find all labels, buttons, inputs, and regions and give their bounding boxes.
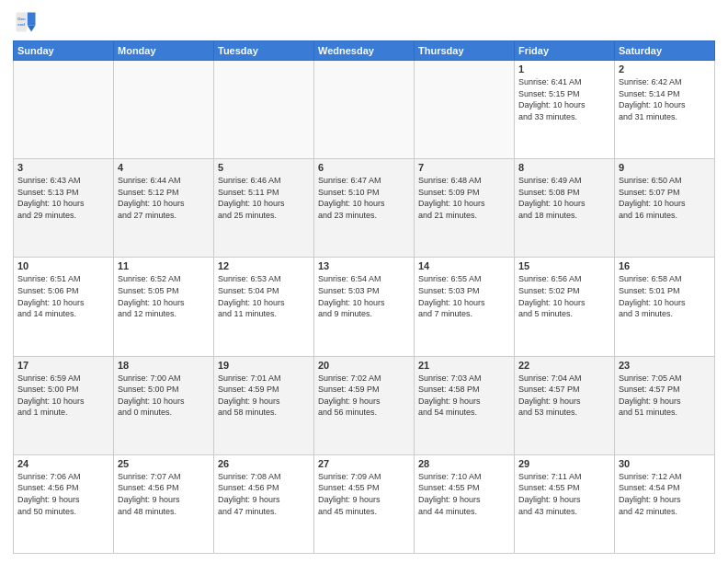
day-info: Sunrise: 6:48 AM Sunset: 5:09 PM Dayligh… xyxy=(418,175,510,221)
day-info: Sunrise: 6:51 AM Sunset: 5:06 PM Dayligh… xyxy=(17,273,109,319)
page: Gen eral SundayMondayTuesdayWednesdayThu… xyxy=(0,0,728,563)
week-row-3: 10Sunrise: 6:51 AM Sunset: 5:06 PM Dayli… xyxy=(14,258,715,356)
header: Gen eral xyxy=(13,9,715,35)
day-number: 19 xyxy=(218,360,310,371)
day-number: 18 xyxy=(118,360,210,371)
day-info: Sunrise: 7:11 AM Sunset: 4:55 PM Dayligh… xyxy=(518,471,610,517)
calendar-cell: 10Sunrise: 6:51 AM Sunset: 5:06 PM Dayli… xyxy=(14,258,114,356)
calendar-cell: 24Sunrise: 7:06 AM Sunset: 4:56 PM Dayli… xyxy=(14,454,114,553)
logo-icon: Gen eral xyxy=(13,9,39,35)
week-row-4: 17Sunrise: 6:59 AM Sunset: 5:00 PM Dayli… xyxy=(14,356,715,454)
day-info: Sunrise: 6:49 AM Sunset: 5:08 PM Dayligh… xyxy=(518,175,610,221)
calendar-cell: 26Sunrise: 7:08 AM Sunset: 4:56 PM Dayli… xyxy=(214,454,314,553)
day-info: Sunrise: 7:06 AM Sunset: 4:56 PM Dayligh… xyxy=(17,471,109,517)
day-info: Sunrise: 6:41 AM Sunset: 5:15 PM Dayligh… xyxy=(518,76,610,122)
calendar-cell: 5Sunrise: 6:46 AM Sunset: 5:11 PM Daylig… xyxy=(214,159,314,258)
day-number: 24 xyxy=(17,458,109,469)
day-number: 27 xyxy=(318,458,410,469)
calendar-cell: 6Sunrise: 6:47 AM Sunset: 5:10 PM Daylig… xyxy=(314,159,415,258)
day-number: 5 xyxy=(218,162,310,173)
calendar-cell: 12Sunrise: 6:53 AM Sunset: 5:04 PM Dayli… xyxy=(214,258,314,356)
calendar-cell: 9Sunrise: 6:50 AM Sunset: 5:07 PM Daylig… xyxy=(615,159,715,258)
day-number: 7 xyxy=(418,162,510,173)
week-row-5: 24Sunrise: 7:06 AM Sunset: 4:56 PM Dayli… xyxy=(14,454,715,553)
calendar-cell: 14Sunrise: 6:55 AM Sunset: 5:03 PM Dayli… xyxy=(415,258,515,356)
day-number: 17 xyxy=(17,360,109,371)
day-number: 22 xyxy=(518,360,610,371)
calendar-cell: 2Sunrise: 6:42 AM Sunset: 5:14 PM Daylig… xyxy=(615,61,715,159)
calendar-cell: 18Sunrise: 7:00 AM Sunset: 5:00 PM Dayli… xyxy=(114,356,214,454)
day-info: Sunrise: 7:09 AM Sunset: 4:55 PM Dayligh… xyxy=(318,471,410,517)
calendar-cell: 29Sunrise: 7:11 AM Sunset: 4:55 PM Dayli… xyxy=(515,454,615,553)
day-number: 1 xyxy=(518,63,610,75)
day-info: Sunrise: 7:02 AM Sunset: 4:59 PM Dayligh… xyxy=(318,373,410,419)
calendar-cell xyxy=(114,61,214,159)
day-number: 20 xyxy=(318,360,410,371)
svg-text:eral: eral xyxy=(17,22,25,27)
day-info: Sunrise: 6:55 AM Sunset: 5:03 PM Dayligh… xyxy=(418,273,510,319)
day-info: Sunrise: 6:46 AM Sunset: 5:11 PM Dayligh… xyxy=(218,175,310,221)
day-number: 4 xyxy=(118,162,210,173)
calendar-cell: 20Sunrise: 7:02 AM Sunset: 4:59 PM Dayli… xyxy=(314,356,415,454)
day-number: 23 xyxy=(619,360,711,371)
day-number: 6 xyxy=(318,162,410,173)
day-info: Sunrise: 6:53 AM Sunset: 5:04 PM Dayligh… xyxy=(218,273,310,319)
day-number: 15 xyxy=(518,260,610,271)
weekday-header-thursday: Thursday xyxy=(415,41,515,61)
day-info: Sunrise: 6:42 AM Sunset: 5:14 PM Dayligh… xyxy=(619,76,711,122)
day-info: Sunrise: 6:58 AM Sunset: 5:01 PM Dayligh… xyxy=(619,273,711,319)
calendar-cell: 28Sunrise: 7:10 AM Sunset: 4:55 PM Dayli… xyxy=(415,454,515,553)
calendar-table: SundayMondayTuesdayWednesdayThursdayFrid… xyxy=(13,40,715,554)
week-row-2: 3Sunrise: 6:43 AM Sunset: 5:13 PM Daylig… xyxy=(14,159,715,258)
calendar-cell: 27Sunrise: 7:09 AM Sunset: 4:55 PM Dayli… xyxy=(314,454,415,553)
calendar-cell: 17Sunrise: 6:59 AM Sunset: 5:00 PM Dayli… xyxy=(14,356,114,454)
calendar-cell: 22Sunrise: 7:04 AM Sunset: 4:57 PM Dayli… xyxy=(515,356,615,454)
day-info: Sunrise: 7:08 AM Sunset: 4:56 PM Dayligh… xyxy=(218,471,310,517)
calendar-cell: 4Sunrise: 6:44 AM Sunset: 5:12 PM Daylig… xyxy=(114,159,214,258)
weekday-header-tuesday: Tuesday xyxy=(214,41,314,61)
weekday-header-row: SundayMondayTuesdayWednesdayThursdayFrid… xyxy=(14,41,715,61)
day-info: Sunrise: 6:47 AM Sunset: 5:10 PM Dayligh… xyxy=(318,175,410,221)
day-number: 11 xyxy=(118,260,210,271)
calendar-cell xyxy=(314,61,415,159)
day-number: 21 xyxy=(418,360,510,371)
calendar-cell: 13Sunrise: 6:54 AM Sunset: 5:03 PM Dayli… xyxy=(314,258,415,356)
calendar-cell: 15Sunrise: 6:56 AM Sunset: 5:02 PM Dayli… xyxy=(515,258,615,356)
calendar-cell: 25Sunrise: 7:07 AM Sunset: 4:56 PM Dayli… xyxy=(114,454,214,553)
day-info: Sunrise: 7:04 AM Sunset: 4:57 PM Dayligh… xyxy=(518,373,610,419)
day-number: 26 xyxy=(218,458,310,469)
day-info: Sunrise: 7:00 AM Sunset: 5:00 PM Dayligh… xyxy=(118,373,210,419)
day-info: Sunrise: 7:12 AM Sunset: 4:54 PM Dayligh… xyxy=(619,471,711,517)
calendar-cell: 3Sunrise: 6:43 AM Sunset: 5:13 PM Daylig… xyxy=(14,159,114,258)
day-number: 16 xyxy=(619,260,711,271)
calendar-cell xyxy=(14,61,114,159)
day-number: 13 xyxy=(318,260,410,271)
calendar-cell xyxy=(214,61,314,159)
weekday-header-monday: Monday xyxy=(114,41,214,61)
day-info: Sunrise: 6:44 AM Sunset: 5:12 PM Dayligh… xyxy=(118,175,210,221)
calendar-cell: 8Sunrise: 6:49 AM Sunset: 5:08 PM Daylig… xyxy=(515,159,615,258)
day-number: 30 xyxy=(619,458,711,469)
day-info: Sunrise: 6:43 AM Sunset: 5:13 PM Dayligh… xyxy=(17,175,109,221)
day-info: Sunrise: 6:59 AM Sunset: 5:00 PM Dayligh… xyxy=(17,373,109,419)
weekday-header-wednesday: Wednesday xyxy=(314,41,415,61)
day-info: Sunrise: 7:07 AM Sunset: 4:56 PM Dayligh… xyxy=(118,471,210,517)
calendar-cell: 11Sunrise: 6:52 AM Sunset: 5:05 PM Dayli… xyxy=(114,258,214,356)
calendar-cell: 19Sunrise: 7:01 AM Sunset: 4:59 PM Dayli… xyxy=(214,356,314,454)
day-number: 3 xyxy=(17,162,109,173)
day-info: Sunrise: 6:52 AM Sunset: 5:05 PM Dayligh… xyxy=(118,273,210,319)
day-number: 25 xyxy=(118,458,210,469)
calendar-cell: 1Sunrise: 6:41 AM Sunset: 5:15 PM Daylig… xyxy=(515,61,615,159)
day-number: 28 xyxy=(418,458,510,469)
weekday-header-sunday: Sunday xyxy=(14,41,114,61)
logo: Gen eral xyxy=(13,9,42,35)
day-info: Sunrise: 7:01 AM Sunset: 4:59 PM Dayligh… xyxy=(218,373,310,419)
week-row-1: 1Sunrise: 6:41 AM Sunset: 5:15 PM Daylig… xyxy=(14,61,715,159)
day-info: Sunrise: 6:56 AM Sunset: 5:02 PM Dayligh… xyxy=(518,273,610,319)
day-number: 12 xyxy=(218,260,310,271)
calendar-cell: 21Sunrise: 7:03 AM Sunset: 4:58 PM Dayli… xyxy=(415,356,515,454)
day-number: 9 xyxy=(619,162,711,173)
weekday-header-friday: Friday xyxy=(515,41,615,61)
day-info: Sunrise: 7:05 AM Sunset: 4:57 PM Dayligh… xyxy=(619,373,711,419)
calendar-cell: 16Sunrise: 6:58 AM Sunset: 5:01 PM Dayli… xyxy=(615,258,715,356)
